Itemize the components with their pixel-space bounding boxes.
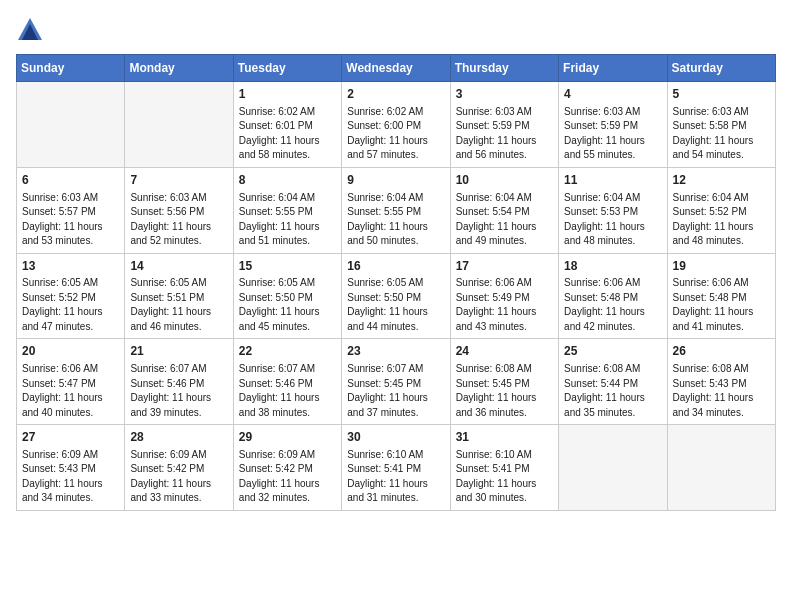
calendar-cell: 17Sunrise: 6:06 AMSunset: 5:49 PMDayligh… xyxy=(450,253,558,339)
day-number: 23 xyxy=(347,343,444,360)
day-number: 18 xyxy=(564,258,661,275)
calendar-cell: 30Sunrise: 6:10 AMSunset: 5:41 PMDayligh… xyxy=(342,425,450,511)
day-number: 26 xyxy=(673,343,770,360)
calendar-cell: 25Sunrise: 6:08 AMSunset: 5:44 PMDayligh… xyxy=(559,339,667,425)
cell-info: Sunrise: 6:09 AMSunset: 5:42 PMDaylight:… xyxy=(239,448,336,506)
calendar-cell: 9Sunrise: 6:04 AMSunset: 5:55 PMDaylight… xyxy=(342,167,450,253)
calendar-cell: 15Sunrise: 6:05 AMSunset: 5:50 PMDayligh… xyxy=(233,253,341,339)
day-number: 25 xyxy=(564,343,661,360)
calendar-header-row: Sunday Monday Tuesday Wednesday Thursday… xyxy=(17,55,776,82)
calendar-week-4: 20Sunrise: 6:06 AMSunset: 5:47 PMDayligh… xyxy=(17,339,776,425)
day-number: 27 xyxy=(22,429,119,446)
cell-info: Sunrise: 6:09 AMSunset: 5:43 PMDaylight:… xyxy=(22,448,119,506)
day-number: 22 xyxy=(239,343,336,360)
calendar-cell: 6Sunrise: 6:03 AMSunset: 5:57 PMDaylight… xyxy=(17,167,125,253)
calendar-cell: 28Sunrise: 6:09 AMSunset: 5:42 PMDayligh… xyxy=(125,425,233,511)
day-number: 3 xyxy=(456,86,553,103)
cell-info: Sunrise: 6:03 AMSunset: 5:57 PMDaylight:… xyxy=(22,191,119,249)
cell-info: Sunrise: 6:07 AMSunset: 5:46 PMDaylight:… xyxy=(239,362,336,420)
cell-info: Sunrise: 6:09 AMSunset: 5:42 PMDaylight:… xyxy=(130,448,227,506)
cell-info: Sunrise: 6:03 AMSunset: 5:59 PMDaylight:… xyxy=(456,105,553,163)
day-number: 19 xyxy=(673,258,770,275)
calendar-cell: 26Sunrise: 6:08 AMSunset: 5:43 PMDayligh… xyxy=(667,339,775,425)
day-number: 16 xyxy=(347,258,444,275)
day-number: 31 xyxy=(456,429,553,446)
day-number: 10 xyxy=(456,172,553,189)
calendar-cell: 11Sunrise: 6:04 AMSunset: 5:53 PMDayligh… xyxy=(559,167,667,253)
day-number: 7 xyxy=(130,172,227,189)
day-number: 15 xyxy=(239,258,336,275)
day-number: 5 xyxy=(673,86,770,103)
calendar-cell xyxy=(125,82,233,168)
cell-info: Sunrise: 6:06 AMSunset: 5:48 PMDaylight:… xyxy=(673,276,770,334)
cell-info: Sunrise: 6:04 AMSunset: 5:52 PMDaylight:… xyxy=(673,191,770,249)
cell-info: Sunrise: 6:08 AMSunset: 5:45 PMDaylight:… xyxy=(456,362,553,420)
cell-info: Sunrise: 6:08 AMSunset: 5:44 PMDaylight:… xyxy=(564,362,661,420)
calendar-table: Sunday Monday Tuesday Wednesday Thursday… xyxy=(16,54,776,511)
calendar-cell: 10Sunrise: 6:04 AMSunset: 5:54 PMDayligh… xyxy=(450,167,558,253)
calendar-cell: 20Sunrise: 6:06 AMSunset: 5:47 PMDayligh… xyxy=(17,339,125,425)
cell-info: Sunrise: 6:04 AMSunset: 5:55 PMDaylight:… xyxy=(347,191,444,249)
cell-info: Sunrise: 6:04 AMSunset: 5:54 PMDaylight:… xyxy=(456,191,553,249)
logo xyxy=(16,16,48,44)
calendar-cell: 27Sunrise: 6:09 AMSunset: 5:43 PMDayligh… xyxy=(17,425,125,511)
day-number: 1 xyxy=(239,86,336,103)
calendar-cell xyxy=(17,82,125,168)
calendar-cell: 7Sunrise: 6:03 AMSunset: 5:56 PMDaylight… xyxy=(125,167,233,253)
calendar-cell: 22Sunrise: 6:07 AMSunset: 5:46 PMDayligh… xyxy=(233,339,341,425)
cell-info: Sunrise: 6:06 AMSunset: 5:48 PMDaylight:… xyxy=(564,276,661,334)
day-number: 24 xyxy=(456,343,553,360)
day-number: 8 xyxy=(239,172,336,189)
header-wednesday: Wednesday xyxy=(342,55,450,82)
header-thursday: Thursday xyxy=(450,55,558,82)
calendar-cell: 3Sunrise: 6:03 AMSunset: 5:59 PMDaylight… xyxy=(450,82,558,168)
day-number: 13 xyxy=(22,258,119,275)
header-friday: Friday xyxy=(559,55,667,82)
header-tuesday: Tuesday xyxy=(233,55,341,82)
cell-info: Sunrise: 6:03 AMSunset: 5:59 PMDaylight:… xyxy=(564,105,661,163)
cell-info: Sunrise: 6:04 AMSunset: 5:55 PMDaylight:… xyxy=(239,191,336,249)
header-saturday: Saturday xyxy=(667,55,775,82)
calendar-cell: 4Sunrise: 6:03 AMSunset: 5:59 PMDaylight… xyxy=(559,82,667,168)
cell-info: Sunrise: 6:07 AMSunset: 5:45 PMDaylight:… xyxy=(347,362,444,420)
calendar-cell: 31Sunrise: 6:10 AMSunset: 5:41 PMDayligh… xyxy=(450,425,558,511)
day-number: 28 xyxy=(130,429,227,446)
day-number: 11 xyxy=(564,172,661,189)
cell-info: Sunrise: 6:08 AMSunset: 5:43 PMDaylight:… xyxy=(673,362,770,420)
calendar-cell: 21Sunrise: 6:07 AMSunset: 5:46 PMDayligh… xyxy=(125,339,233,425)
logo-icon xyxy=(16,16,44,44)
cell-info: Sunrise: 6:10 AMSunset: 5:41 PMDaylight:… xyxy=(456,448,553,506)
calendar-cell: 12Sunrise: 6:04 AMSunset: 5:52 PMDayligh… xyxy=(667,167,775,253)
cell-info: Sunrise: 6:02 AMSunset: 6:00 PMDaylight:… xyxy=(347,105,444,163)
day-number: 9 xyxy=(347,172,444,189)
cell-info: Sunrise: 6:04 AMSunset: 5:53 PMDaylight:… xyxy=(564,191,661,249)
calendar-cell: 14Sunrise: 6:05 AMSunset: 5:51 PMDayligh… xyxy=(125,253,233,339)
calendar-cell: 2Sunrise: 6:02 AMSunset: 6:00 PMDaylight… xyxy=(342,82,450,168)
calendar-cell: 5Sunrise: 6:03 AMSunset: 5:58 PMDaylight… xyxy=(667,82,775,168)
calendar-cell: 1Sunrise: 6:02 AMSunset: 6:01 PMDaylight… xyxy=(233,82,341,168)
cell-info: Sunrise: 6:05 AMSunset: 5:50 PMDaylight:… xyxy=(347,276,444,334)
day-number: 14 xyxy=(130,258,227,275)
calendar-cell: 29Sunrise: 6:09 AMSunset: 5:42 PMDayligh… xyxy=(233,425,341,511)
cell-info: Sunrise: 6:03 AMSunset: 5:58 PMDaylight:… xyxy=(673,105,770,163)
calendar-cell: 23Sunrise: 6:07 AMSunset: 5:45 PMDayligh… xyxy=(342,339,450,425)
calendar-cell: 8Sunrise: 6:04 AMSunset: 5:55 PMDaylight… xyxy=(233,167,341,253)
calendar-cell: 18Sunrise: 6:06 AMSunset: 5:48 PMDayligh… xyxy=(559,253,667,339)
cell-info: Sunrise: 6:02 AMSunset: 6:01 PMDaylight:… xyxy=(239,105,336,163)
day-number: 4 xyxy=(564,86,661,103)
cell-info: Sunrise: 6:06 AMSunset: 5:47 PMDaylight:… xyxy=(22,362,119,420)
calendar-cell: 13Sunrise: 6:05 AMSunset: 5:52 PMDayligh… xyxy=(17,253,125,339)
day-number: 30 xyxy=(347,429,444,446)
cell-info: Sunrise: 6:05 AMSunset: 5:52 PMDaylight:… xyxy=(22,276,119,334)
calendar-cell xyxy=(667,425,775,511)
calendar-cell xyxy=(559,425,667,511)
calendar-week-1: 1Sunrise: 6:02 AMSunset: 6:01 PMDaylight… xyxy=(17,82,776,168)
header-sunday: Sunday xyxy=(17,55,125,82)
header-monday: Monday xyxy=(125,55,233,82)
day-number: 12 xyxy=(673,172,770,189)
day-number: 29 xyxy=(239,429,336,446)
day-number: 6 xyxy=(22,172,119,189)
cell-info: Sunrise: 6:05 AMSunset: 5:51 PMDaylight:… xyxy=(130,276,227,334)
calendar-week-5: 27Sunrise: 6:09 AMSunset: 5:43 PMDayligh… xyxy=(17,425,776,511)
day-number: 21 xyxy=(130,343,227,360)
